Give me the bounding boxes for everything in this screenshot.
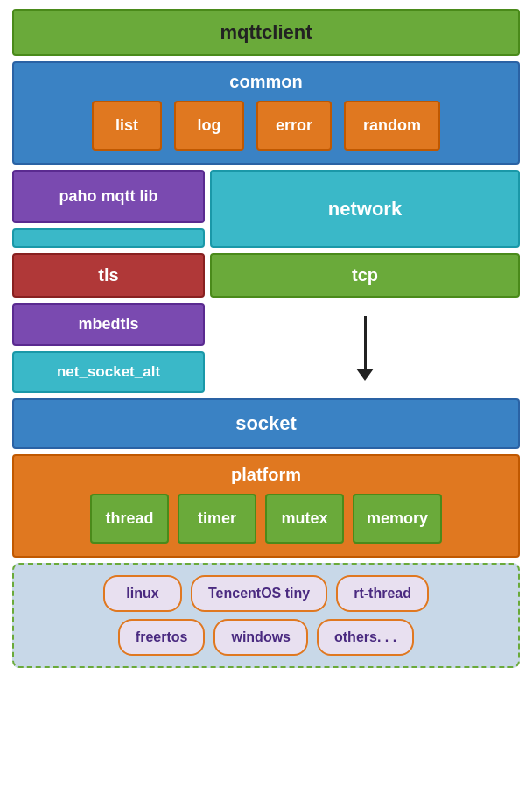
- mqttclient-label: mqttclient: [220, 21, 312, 43]
- paho-left-col: paho mqtt lib: [12, 170, 205, 248]
- tls-box: tls: [12, 253, 205, 298]
- platform-timer: timer: [178, 494, 256, 544]
- tls-tcp-row: tls tcp: [12, 253, 520, 298]
- os-tencentos: TencentOS tiny: [191, 575, 327, 612]
- left-col: mbedtls net_socket_alt: [12, 303, 205, 393]
- architecture-diagram: mqttclient common list log error random …: [12, 9, 520, 785]
- paho-network-row: paho mqtt lib network: [12, 170, 520, 248]
- common-items: list log error random: [26, 101, 506, 151]
- os-container: linux TencentOS tiny rt-thread freertos …: [12, 563, 520, 668]
- platform-items: thread timer mutex memory: [26, 494, 506, 544]
- common-list: list: [92, 101, 162, 151]
- os-row1: linux TencentOS tiny rt-thread: [23, 575, 509, 612]
- os-row2: freertos windows others. . .: [23, 619, 509, 656]
- mqttclient-box: mqttclient: [12, 9, 520, 56]
- common-error: error: [256, 101, 332, 151]
- platform-thread: thread: [90, 494, 169, 544]
- cyan-underbar: [12, 228, 205, 248]
- arrow-col: [210, 316, 520, 381]
- os-others: others. . .: [317, 619, 414, 656]
- common-random: random: [344, 101, 440, 151]
- os-linux: linux: [103, 575, 182, 612]
- common-log: log: [174, 101, 244, 151]
- common-container: common list log error random: [12, 61, 520, 165]
- platform-mutex: mutex: [265, 494, 344, 544]
- os-freertos: freertos: [118, 619, 206, 656]
- platform-container: platform thread timer mutex memory: [12, 454, 520, 558]
- down-arrow: [356, 316, 374, 381]
- platform-memory: memory: [353, 494, 442, 544]
- mbedtls-box: mbedtls: [12, 303, 205, 346]
- common-title: common: [26, 72, 506, 92]
- paho-box: paho mqtt lib: [12, 170, 205, 223]
- socket-box: socket: [12, 398, 520, 449]
- tcp-box: tcp: [210, 253, 520, 298]
- network-box: network: [210, 170, 520, 248]
- os-windows: windows: [214, 619, 308, 656]
- net-socket-alt-box: net_socket_alt: [12, 351, 205, 393]
- arrow-line: [364, 316, 367, 369]
- os-rtthread: rt-thread: [336, 575, 429, 612]
- platform-title: platform: [26, 465, 506, 485]
- arrow-head: [356, 369, 374, 381]
- mbedtls-row: mbedtls net_socket_alt: [12, 303, 520, 393]
